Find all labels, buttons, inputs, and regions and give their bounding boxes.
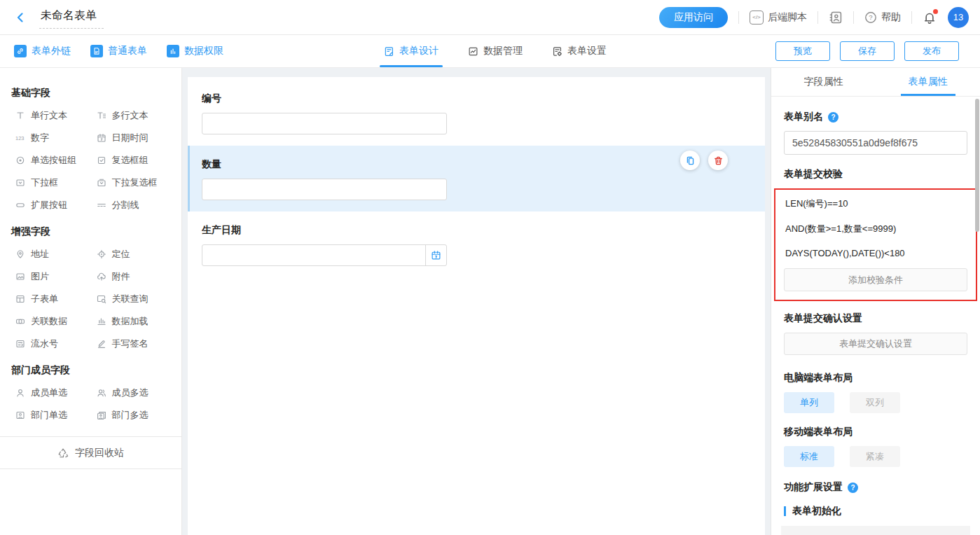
tab-field-properties[interactable]: 字段属性: [771, 68, 876, 96]
date-input[interactable]: [202, 245, 425, 265]
field-type-label: 单行文本: [31, 109, 67, 122]
field-type-signature[interactable]: 手写签名: [91, 333, 172, 355]
field-type-label: 数字: [31, 132, 49, 144]
form-field-shuliang-selected[interactable]: 数量: [188, 146, 765, 211]
back-icon[interactable]: [14, 11, 27, 24]
canvas-column: 编号 数量 生产日期: [182, 68, 771, 535]
mobile-layout-compact-button[interactable]: 紧凑: [850, 446, 900, 467]
field-type-address[interactable]: 地址: [10, 243, 91, 265]
field-type-multi-line-text[interactable]: 多行文本: [91, 104, 172, 127]
extension-settings-heading: 功能扩展设置: [784, 481, 843, 494]
recycle-icon: [57, 447, 69, 459]
field-type-dept-single[interactable]: 部门单选: [10, 404, 91, 426]
divider: [817, 11, 818, 24]
app-access-button[interactable]: 应用访问: [659, 7, 728, 28]
submit-confirm-settings-button[interactable]: 表单提交确认设置: [784, 333, 967, 355]
normal-form-label: 普通表单: [108, 45, 147, 57]
address-book-button[interactable]: [829, 11, 843, 25]
calendar-icon: [431, 250, 441, 260]
field-type-extend-button[interactable]: 扩展按钮: [10, 194, 91, 216]
field-type-subform[interactable]: 子表单: [10, 288, 91, 310]
delete-field-button[interactable]: [708, 151, 728, 170]
multi-line-text-icon: [97, 111, 106, 120]
field-type-label: 数据加载: [112, 315, 149, 328]
field-type-divider[interactable]: 分割线: [91, 194, 172, 216]
related-data-icon: [15, 317, 25, 326]
calendar-picker-button[interactable]: [425, 245, 446, 265]
extension-help-icon[interactable]: ?: [848, 482, 858, 493]
field-type-number[interactable]: 123 数字: [10, 127, 91, 149]
svg-text:123: 123: [15, 135, 25, 141]
add-validation-rule-button[interactable]: 添加校验条件: [784, 268, 967, 291]
tab-form-design[interactable]: 表单设计: [384, 35, 439, 67]
field-type-member-multi[interactable]: 成员多选: [91, 382, 172, 404]
field-type-label: 地址: [31, 248, 49, 260]
field-type-serial-number[interactable]: 流水号: [10, 333, 91, 355]
field-type-radio-group[interactable]: 单选按钮组: [10, 149, 91, 172]
svg-text:?: ?: [869, 13, 872, 21]
field-type-label: 成员多选: [112, 387, 149, 399]
notifications-button[interactable]: [923, 11, 937, 25]
field-input[interactable]: [202, 179, 447, 200]
field-type-datetime[interactable]: 日期时间: [91, 127, 172, 149]
form-alias-input[interactable]: [784, 131, 967, 155]
field-recycle-bin[interactable]: 字段回收站: [0, 436, 181, 469]
field-type-location[interactable]: 定位: [91, 243, 172, 265]
field-label: 编号: [202, 92, 751, 105]
dropdown-icon: [15, 178, 25, 188]
number-icon: 123: [15, 133, 25, 143]
tab-form-properties[interactable]: 表单属性: [876, 68, 980, 96]
mobile-layout-heading: 移动端表单布局: [784, 426, 967, 438]
field-type-image[interactable]: 图片: [10, 265, 91, 288]
field-type-related-data[interactable]: 关联数据: [10, 310, 91, 333]
validation-rule[interactable]: LEN(编号)==10: [784, 191, 967, 216]
mobile-layout-standard-button[interactable]: 标准: [784, 446, 834, 467]
field-type-member-single[interactable]: 成员单选: [10, 382, 91, 404]
divider: [853, 11, 854, 24]
field-type-label: 部门多选: [112, 409, 149, 422]
copy-field-button[interactable]: [680, 151, 700, 170]
pc-layout-double-column-button[interactable]: 双列: [850, 392, 900, 413]
validation-rule[interactable]: AND(数量>=1,数量<=9999): [784, 216, 967, 242]
form-toolbar: 表单外链 普通表单 数据权限 表单设计 数据管理 表单设置: [0, 35, 980, 68]
properties-panel: 字段属性 表单属性 表单别名 ? 表单提交校验 LEN(编号)==10 AND(…: [771, 68, 980, 535]
field-type-single-line-text[interactable]: 单行文本: [10, 104, 91, 127]
avatar[interactable]: 13: [948, 7, 969, 28]
help-button[interactable]: ? 帮助: [864, 11, 901, 24]
data-permission-button[interactable]: 数据权限: [167, 45, 223, 57]
field-type-dept-multi[interactable]: 部门多选: [91, 404, 172, 426]
submit-confirm-heading: 表单提交确认设置: [784, 312, 967, 325]
preview-button[interactable]: 预览: [775, 41, 830, 61]
field-type-related-query[interactable]: 关联查询: [91, 288, 172, 310]
tab-form-settings[interactable]: 表单设置: [552, 35, 607, 67]
pc-layout-single-column-button[interactable]: 单列: [784, 392, 834, 413]
radio-group-icon: [15, 155, 25, 165]
form-field-bianhao[interactable]: 编号: [188, 80, 765, 146]
field-input[interactable]: [202, 113, 447, 134]
dept-single-icon: [15, 410, 25, 420]
alias-help-icon[interactable]: ?: [828, 112, 838, 123]
form-field-shengchanriqi[interactable]: 生产日期: [188, 211, 765, 277]
save-button[interactable]: 保存: [840, 41, 895, 61]
tab-data-manage[interactable]: 数据管理: [468, 35, 523, 67]
form-canvas[interactable]: 编号 数量 生产日期: [188, 77, 765, 535]
validation-rules-highlight-box: LEN(编号)==10 AND(数量>=1,数量<=9999) DAYS(TOD…: [774, 188, 977, 301]
field-recycle-bin-label: 字段回收站: [75, 447, 124, 459]
image-icon: [15, 272, 25, 282]
publish-button[interactable]: 发布: [904, 41, 959, 61]
normal-form-button[interactable]: 普通表单: [90, 45, 147, 57]
form-init-heading: 表单初始化: [784, 505, 967, 517]
validation-rule[interactable]: DAYS(TODAY(),DATE())<180: [784, 242, 967, 265]
field-type-checkbox-group[interactable]: 复选框组: [91, 149, 172, 172]
form-title-wrap[interactable]: 未命名表单: [39, 6, 104, 29]
field-type-data-load[interactable]: 数据加载: [91, 310, 172, 333]
section-title-enhanced-fields: 增强字段: [11, 225, 172, 238]
field-type-dropdown-multi[interactable]: 下拉复选框: [91, 172, 172, 194]
panel-scrollbar[interactable]: [975, 99, 979, 232]
field-type-dropdown[interactable]: 下拉框: [10, 172, 91, 194]
form-external-link-button[interactable]: 表单外链: [14, 45, 71, 57]
field-type-attachment[interactable]: 附件: [91, 265, 172, 288]
field-type-label: 下拉框: [31, 176, 58, 189]
backend-script-button[interactable]: </> 后端脚本: [750, 11, 807, 25]
serial-number-icon: [15, 339, 25, 349]
